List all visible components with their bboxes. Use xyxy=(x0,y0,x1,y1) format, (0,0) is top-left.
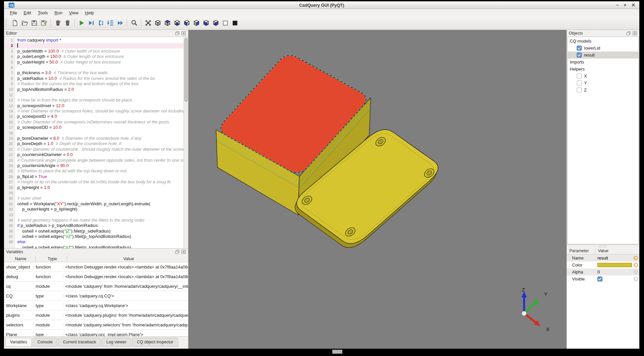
code-line[interactable]: 23# Countersink angle (complete angle be… xyxy=(4,158,184,163)
code-line[interactable]: 38else: xyxy=(4,239,184,245)
parameter-row-name[interactable]: Nameresult xyxy=(567,255,639,262)
checkbox-unchecked[interactable] xyxy=(577,88,582,92)
code-line[interactable]: 37 oshell = oshell.edges("#Z").fillet(p_… xyxy=(4,234,184,239)
code-line[interactable]: 34# weird geometry happens if we make th… xyxy=(4,218,184,223)
tab-console[interactable]: Console xyxy=(33,338,57,347)
menu-view[interactable]: View xyxy=(66,10,82,16)
tab-log-viewer[interactable]: Log viewer xyxy=(102,338,131,347)
undo-icon[interactable] xyxy=(632,276,639,282)
view-back-button[interactable] xyxy=(192,19,201,28)
splitter-handle[interactable] xyxy=(567,245,639,248)
object-item-x[interactable]: X xyxy=(568,73,638,80)
maximize-button[interactable]: + xyxy=(624,3,626,7)
code-line[interactable]: 2 xyxy=(4,43,184,48)
code-editor[interactable]: 1from cadquery import *23p_outerWidth = … xyxy=(4,37,188,249)
parameter-row-visible[interactable]: Visible xyxy=(567,275,639,282)
debug-button[interactable] xyxy=(87,19,96,28)
undo-icon[interactable] xyxy=(632,269,639,275)
code-line[interactable]: 17p_screwpostOD = 10.0 xyxy=(4,125,184,130)
code-line[interactable]: 35if p_sideRadius > p_topAndBottomRadius… xyxy=(4,223,184,228)
code-line[interactable]: 31oshell = Workplane("XY").rect(p_outerW… xyxy=(4,201,184,207)
variable-row[interactable]: Workplanetype<class 'cadquery.cq.Workpla… xyxy=(4,301,188,310)
view-top-button[interactable] xyxy=(163,19,172,28)
variables-close-button[interactable] xyxy=(181,250,186,254)
checkbox-unchecked[interactable] xyxy=(577,81,582,86)
code-line[interactable]: 28p_lipHeight = 1.0 xyxy=(4,185,184,190)
view-right-button[interactable] xyxy=(211,19,220,28)
code-line[interactable]: 36 oshell = oshell.edges("|Z").fillet(p_… xyxy=(4,229,184,234)
code-line[interactable]: 10p_topAndBottomRadius = 2.0 xyxy=(4,87,184,92)
editor-float-button[interactable] xyxy=(174,31,180,36)
save-as-button[interactable] xyxy=(39,19,48,28)
visible-checkbox[interactable] xyxy=(597,276,602,281)
zoom-magnifier-button[interactable] xyxy=(130,19,139,28)
code-line[interactable]: 12# How far in from the edges the screwp… xyxy=(4,97,184,103)
checkbox-checked[interactable] xyxy=(577,53,582,58)
editor-scrollbar[interactable] xyxy=(183,37,188,248)
code-line[interactable]: 5p_outerHeight = 50.0 # Outer height of … xyxy=(4,60,184,65)
menu-run[interactable]: Run xyxy=(51,10,66,16)
variable-row[interactable]: CQtype<class 'cadquery.cq.CQ'> xyxy=(4,291,188,301)
column-header-name[interactable]: Name xyxy=(4,256,35,261)
new-file-button[interactable] xyxy=(10,19,19,28)
code-line[interactable]: 7p_thickness = 3.0 # Thickness of the bo… xyxy=(4,70,184,76)
delete-all-button[interactable] xyxy=(63,19,72,28)
viewport-3d[interactable]: Z Y X xyxy=(188,30,567,349)
variables-float-button[interactable] xyxy=(174,250,180,254)
view-bottom-button[interactable] xyxy=(172,19,181,28)
object-item-y[interactable]: Y xyxy=(568,80,638,87)
variable-row[interactable]: selectorsmodule<module 'cadquery.selecto… xyxy=(4,320,188,330)
step-button[interactable] xyxy=(96,19,105,28)
delete-current-button[interactable] xyxy=(53,19,62,28)
object-item-result[interactable]: result xyxy=(568,52,638,59)
code-line[interactable]: 15p_screwpostID = 4.0 xyxy=(4,114,184,119)
minimize-button[interactable]: – xyxy=(616,3,619,7)
editor-scrollbar-thumb[interactable] xyxy=(184,38,188,102)
open-file-button[interactable] xyxy=(20,19,29,28)
checkbox-unchecked[interactable] xyxy=(577,74,582,79)
code-line[interactable]: 1from cadquery import * xyxy=(4,38,184,43)
object-item-lowerlid[interactable]: lowerLid xyxy=(568,45,638,52)
menu-file[interactable]: File xyxy=(7,10,20,16)
tab-variables[interactable]: Variables xyxy=(5,338,32,347)
variable-row[interactable]: pluginsmodule<module 'cadquery.plugins' … xyxy=(4,310,188,320)
code-line[interactable]: 27# Height of lip on the underside of th… xyxy=(4,179,184,185)
variable-row[interactable]: Planetype<class 'cadquery.occ_impl.geom.… xyxy=(4,330,188,337)
tab-cq-object-inspector[interactable]: CQ object inspector xyxy=(132,338,178,347)
object-group-cq-models[interactable]: CQ models xyxy=(568,38,638,45)
code-line[interactable]: 11 xyxy=(4,92,184,97)
view-front-button[interactable] xyxy=(182,19,191,28)
checkbox-checked[interactable] xyxy=(577,46,582,51)
object-item-z[interactable]: Z xyxy=(568,87,638,93)
color-swatch[interactable] xyxy=(597,263,632,267)
menu-edit[interactable]: Edit xyxy=(20,10,34,16)
close-button[interactable]: ✕ xyxy=(631,3,635,7)
code-line[interactable]: 3p_outerWidth = 100.0 # Outer width of b… xyxy=(4,49,184,54)
code-line[interactable]: 30# outer shell xyxy=(4,196,184,201)
code-line[interactable]: 16# Outer Diameter of the screwposts.\nD… xyxy=(4,119,184,125)
tab-current-traceback[interactable]: Current traceback xyxy=(58,338,101,347)
code-line[interactable]: 13p_screwpostInset = 12.0 xyxy=(4,103,184,108)
code-line[interactable]: 29 xyxy=(4,190,184,196)
menu-help[interactable]: Help xyxy=(82,10,98,16)
code-line[interactable]: 25# Whether to place the lid with the to… xyxy=(4,168,184,174)
display-wireframe-button[interactable] xyxy=(221,19,230,28)
save-button[interactable] xyxy=(30,19,39,28)
display-shaded-button[interactable] xyxy=(230,19,239,28)
parameter-row-color[interactable]: Color xyxy=(567,262,639,268)
code-line[interactable]: 8p_sideRadius = 10.0 # Radius for the cu… xyxy=(4,76,184,81)
view-iso-button[interactable] xyxy=(153,19,162,28)
objects-float-button[interactable] xyxy=(626,31,631,36)
undo-icon[interactable] xyxy=(632,263,639,268)
code-line[interactable]: 22p_countersinkDiameter = 0.0 xyxy=(4,152,184,157)
code-line[interactable]: oshell = oshell.edges("#Z").fillet(p_top… xyxy=(4,245,184,248)
objects-close-button[interactable] xyxy=(632,31,637,36)
code-line[interactable]: 21# Outer diameter of countersink. Shoul… xyxy=(4,147,184,152)
toolbar-drag-handle[interactable] xyxy=(6,19,8,27)
variable-row[interactable]: show_objectfunction<function Debugger.re… xyxy=(4,262,188,272)
code-line[interactable]: 18 xyxy=(4,130,184,136)
code-line[interactable]: 24p_countersinkAngle = 90.0 xyxy=(4,163,184,168)
parameter-row-alpha[interactable]: Alpha0 xyxy=(567,268,639,275)
editor-close-button[interactable] xyxy=(181,31,186,36)
render-button[interactable] xyxy=(77,19,86,28)
